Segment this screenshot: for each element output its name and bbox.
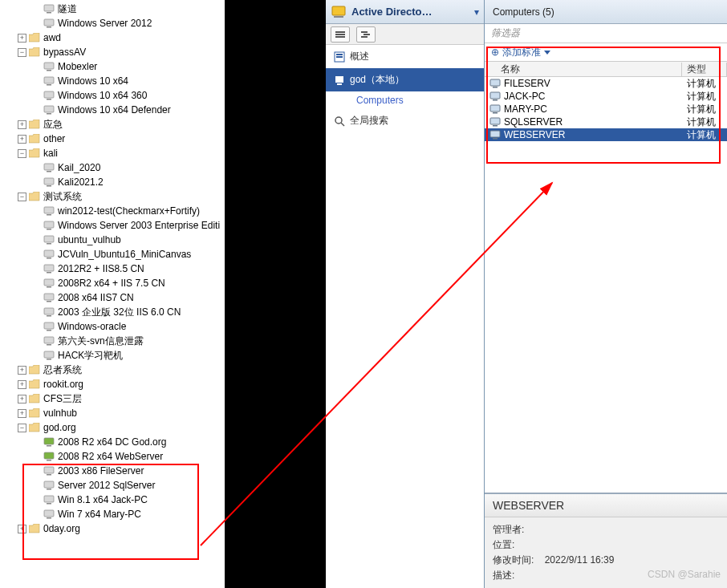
- vm-icon: [43, 221, 55, 230]
- tree-item-label: Windows-oracle: [58, 321, 126, 332]
- tree-item[interactable]: Win 8.1 x64 Jack-PC: [0, 493, 225, 507]
- expand-icon[interactable]: +: [18, 120, 26, 129]
- table-row[interactable]: MARY-PC计算机: [485, 103, 727, 116]
- tree-item[interactable]: +awd: [0, 30, 225, 45]
- svg-rect-16: [44, 207, 54, 213]
- expand-icon[interactable]: +: [18, 409, 26, 418]
- tree-item-label: 2008 R2 x64 DC God.org: [58, 436, 166, 448]
- expand-icon[interactable]: +: [18, 135, 26, 144]
- svg-rect-35: [47, 344, 51, 346]
- collapse-icon[interactable]: −: [18, 48, 26, 57]
- tree-item[interactable]: −测试系统: [0, 189, 225, 204]
- svg-rect-62: [337, 83, 342, 85]
- tree-item[interactable]: Kali2021.2: [0, 175, 225, 189]
- add-criteria-button[interactable]: ⊕ 添加标准: [485, 43, 727, 61]
- expand-icon[interactable]: +: [18, 366, 26, 375]
- tree-item[interactable]: 第六关-svn信息泄露: [0, 334, 225, 348]
- tree-item[interactable]: ubuntu_vulhub: [0, 233, 225, 247]
- vm-icon: [43, 336, 55, 346]
- svg-rect-74: [493, 138, 498, 140]
- tree-item-label: JCVuln_Ubuntu16_MiniCanvas: [58, 249, 191, 260]
- svg-rect-46: [44, 496, 54, 502]
- tree-item-label: 应急: [43, 118, 63, 132]
- chevron-down-icon[interactable]: ▾: [474, 6, 479, 18]
- expand-icon[interactable]: +: [18, 525, 26, 533]
- tree-item[interactable]: 2008 x64 IIS7 CN: [0, 290, 225, 305]
- tree-item[interactable]: +忍者系统: [0, 363, 225, 377]
- tree-item[interactable]: HACK学习靶机: [0, 348, 225, 363]
- tree-spacer: [32, 481, 41, 490]
- tree-item[interactable]: 2008R2 x64 + IIS 7.5 CN: [0, 276, 225, 290]
- table-row[interactable]: WEBSERVER计算机: [485, 128, 727, 141]
- overview-icon: [334, 51, 345, 63]
- collapse-icon[interactable]: −: [18, 193, 26, 201]
- tree-item[interactable]: +rookit.org: [0, 377, 225, 391]
- collapse-icon[interactable]: −: [18, 149, 26, 158]
- tree-spacer: [32, 279, 41, 288]
- tree-item[interactable]: Windows 10 x64 360: [0, 88, 225, 103]
- tree-item[interactable]: +other: [0, 132, 225, 146]
- tree-item[interactable]: 2003 企业版 32位 IIS 6.0 CN: [0, 305, 225, 319]
- svg-rect-71: [490, 118, 500, 124]
- tree-item[interactable]: −bypassAV: [0, 45, 225, 59]
- tree-item[interactable]: Windows 10 x64 Defender: [0, 103, 225, 117]
- tree-item[interactable]: −kali: [0, 146, 225, 160]
- col-type[interactable]: 类型: [682, 63, 727, 76]
- svg-rect-12: [44, 164, 54, 170]
- svg-rect-54: [335, 36, 345, 38]
- row-name: JACK-PC: [504, 91, 545, 102]
- nav-overview[interactable]: 概述: [326, 45, 484, 68]
- tree-item[interactable]: 2003 x86 FileServer: [0, 464, 225, 478]
- table-row[interactable]: JACK-PC计算机: [485, 90, 727, 103]
- tree-item[interactable]: −god.org: [0, 420, 225, 435]
- nav-global-search[interactable]: 全局搜索: [326, 109, 484, 132]
- svg-rect-1: [47, 12, 51, 14]
- tree-item[interactable]: Server 2012 SqlServer: [0, 478, 225, 493]
- list-view-icon[interactable]: [331, 26, 350, 43]
- tree-item[interactable]: Windows-oracle: [0, 319, 225, 334]
- tree-item[interactable]: 2008 R2 x64 DC God.org: [0, 435, 225, 449]
- tree-item-label: 2012R2 + IIS8.5 CN: [58, 263, 144, 274]
- tree-item[interactable]: Win 7 x64 Mary-PC: [0, 507, 225, 521]
- svg-rect-40: [44, 452, 54, 459]
- tree-spacer: [32, 63, 41, 71]
- tree-item[interactable]: 2008 R2 x64 WebServer: [0, 449, 225, 464]
- tree-item[interactable]: win2012-test(Checkmarx+Fortify): [0, 204, 225, 218]
- tree-item[interactable]: JCVuln_Ubuntu16_MiniCanvas: [0, 247, 225, 262]
- nav-overview-label: 概述: [350, 50, 369, 63]
- tree-item[interactable]: 2012R2 + IIS8.5 CN: [0, 262, 225, 276]
- tree-spacer: [32, 164, 41, 172]
- expand-icon[interactable]: +: [18, 34, 26, 43]
- svg-rect-24: [44, 265, 54, 271]
- tree-item[interactable]: Windows Server 2003 Enterprise Editi: [0, 218, 225, 233]
- tree-item[interactable]: Kail_2020: [0, 160, 225, 175]
- svg-rect-52: [335, 31, 345, 33]
- table-row[interactable]: SQLSERVER计算机: [485, 116, 727, 128]
- expand-icon[interactable]: +: [18, 380, 26, 389]
- svg-rect-57: [361, 36, 368, 38]
- tree-item-label: HACK学习靶机: [58, 349, 123, 363]
- tree-view-icon[interactable]: [356, 26, 376, 43]
- nav-computers[interactable]: Computers: [326, 91, 484, 109]
- nav-domain[interactable]: god（本地）: [326, 68, 484, 91]
- table-row[interactable]: FILESERV计算机: [485, 77, 727, 90]
- tree-item[interactable]: +应急: [0, 117, 225, 132]
- tree-item[interactable]: +CFS三层: [0, 391, 225, 406]
- tree-item[interactable]: Windows Server 2012: [0, 16, 225, 30]
- svg-rect-55: [361, 31, 368, 33]
- svg-rect-60: [336, 56, 343, 58]
- svg-rect-5: [47, 70, 51, 71]
- filter-input[interactable]: 筛选器: [485, 24, 727, 43]
- tree-item[interactable]: Mobexler: [0, 59, 225, 74]
- tree-item[interactable]: +vulnhub: [0, 406, 225, 420]
- tree-item[interactable]: +0day.org: [0, 521, 225, 536]
- tree-item[interactable]: 隧道: [0, 2, 225, 16]
- collapse-icon[interactable]: −: [18, 424, 26, 432]
- tree-item[interactable]: Windows 10 x64: [0, 74, 225, 88]
- svg-rect-7: [47, 84, 51, 86]
- svg-rect-68: [493, 99, 498, 101]
- tree-spacer: [32, 19, 41, 28]
- expand-icon[interactable]: +: [18, 395, 26, 403]
- col-name[interactable]: 名称: [485, 63, 682, 76]
- svg-rect-20: [44, 236, 54, 242]
